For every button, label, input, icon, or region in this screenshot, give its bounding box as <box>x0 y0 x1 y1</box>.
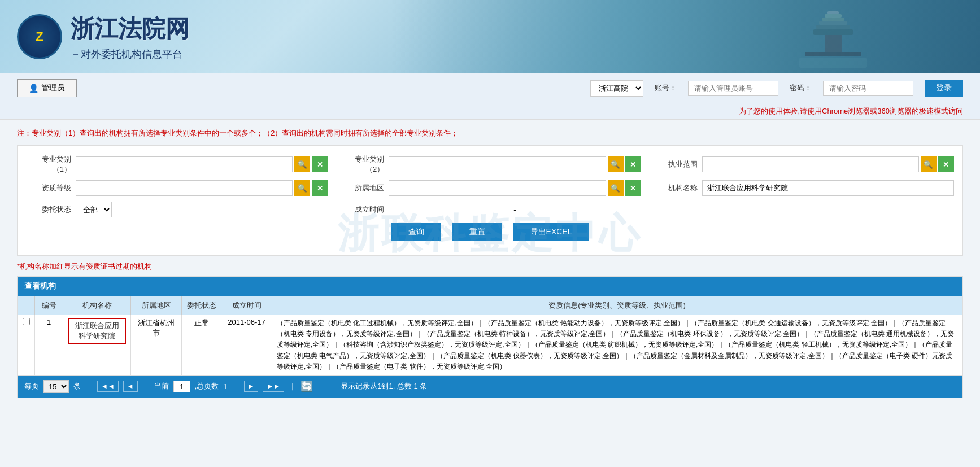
svg-rect-6 <box>825 35 842 52</box>
form-row-2: 资质等级 🔍 ✕ 所属地区 🔍 <box>26 180 954 196</box>
search-icon-5: 🔍 <box>611 184 620 193</box>
region-label: 所属地区 <box>339 183 384 193</box>
form-group-scope: 执业范围 🔍 ✕ <box>652 156 954 172</box>
site-title-main: 浙江法院网 <box>71 13 189 45</box>
prev-page-btn[interactable]: ◄ <box>123 381 138 392</box>
quality-clear-btn[interactable]: ✕ <box>312 180 328 196</box>
col-founddate: 成立时间 <box>221 296 272 315</box>
clear-icon-2: ✕ <box>630 160 636 169</box>
clear-icon-5: ✕ <box>630 184 636 193</box>
site-title-sub: －对外委托机构信息平台 <box>71 47 189 61</box>
admin-icon: 👤 <box>29 84 38 93</box>
category1-label: 专业类别（1） <box>26 154 71 174</box>
login-button[interactable]: 登录 <box>925 80 963 97</box>
logo: Z <box>17 14 62 59</box>
region-search-btn[interactable]: 🔍 <box>608 180 624 196</box>
display-info: 显示记录从1到1, 总数 1 条 <box>341 381 427 391</box>
row-region-cell: 浙江省杭州市 <box>131 315 182 376</box>
scope-clear-btn[interactable]: ✕ <box>938 156 954 172</box>
row-qualinfo-cell: （产品质量鉴定（机电类 化工过程机械），无资质等级评定,全国）｜（产品质量鉴定（… <box>272 315 962 376</box>
category2-clear-btn[interactable]: ✕ <box>625 156 641 172</box>
category1-input-group: 🔍 ✕ <box>76 156 328 172</box>
region-input[interactable] <box>389 180 606 196</box>
region-select[interactable]: 浙江高院 <box>590 80 643 97</box>
per-page-suffix: 条 <box>73 381 81 391</box>
row-orgname-cell: 浙江联合应用科学研究院 <box>63 315 131 376</box>
svg-rect-0 <box>827 11 839 14</box>
account-input[interactable] <box>688 81 778 96</box>
header: Z 浙江法院网 －对外委托机构信息平台 <box>0 0 980 73</box>
scope-search-btn[interactable]: 🔍 <box>921 156 937 172</box>
per-page-select[interactable]: 15 30 50 <box>43 380 69 393</box>
form-row-1: 专业类别（1） 🔍 ✕ 专业类别（2） 🔍 <box>26 154 954 174</box>
form-group-region: 所属地区 🔍 ✕ <box>339 180 641 196</box>
scope-input[interactable] <box>702 156 919 172</box>
quality-input[interactable] <box>76 180 293 196</box>
quality-search-btn[interactable]: 🔍 <box>294 180 310 196</box>
quality-input-group: 🔍 ✕ <box>76 180 328 196</box>
svg-rect-2 <box>822 18 844 21</box>
search-icon-3: 🔍 <box>924 160 933 169</box>
form-group-quality: 资质等级 🔍 ✕ <box>26 180 328 196</box>
col-checkbox <box>18 296 35 315</box>
svg-rect-4 <box>816 25 850 29</box>
table-header: 查看机构 <box>18 277 962 296</box>
category1-search-btn[interactable]: 🔍 <box>294 156 310 172</box>
founddate-end[interactable] <box>524 202 641 217</box>
form-group-category1: 专业类别（1） 🔍 ✕ <box>26 154 328 174</box>
category2-input-group: 🔍 ✕ <box>389 156 641 172</box>
category1-input[interactable] <box>76 156 293 172</box>
org-name-box[interactable]: 浙江联合应用科学研究院 <box>68 318 126 344</box>
svg-rect-5 <box>813 29 853 35</box>
quality-label: 资质等级 <box>26 183 71 193</box>
category1-clear-btn[interactable]: ✕ <box>312 156 328 172</box>
founddate-start[interactable] <box>389 202 506 217</box>
row-id-cell: 1 <box>35 315 63 376</box>
admin-button[interactable]: 👤 管理员 <box>17 79 77 97</box>
per-page-label: 每页 <box>24 381 39 391</box>
row-checkbox[interactable] <box>23 318 30 325</box>
search-icon: 🔍 <box>298 160 307 169</box>
row-founddate-cell: 2011-06-17 <box>221 315 272 376</box>
main-content: 注：专业类别（1）查询出的机构拥有所选择专业类别条件中的一个或多个；（2）查询出… <box>0 120 980 407</box>
region-clear-btn[interactable]: ✕ <box>625 180 641 196</box>
current-page-input[interactable] <box>173 381 190 392</box>
last-page-btn[interactable]: ►► <box>263 381 284 392</box>
query-button[interactable]: 查询 <box>391 223 441 241</box>
table-header-row: 编号 机构名称 所属地区 委托状态 成立时间 资质信息(专业类别、资质等级、执业… <box>18 296 962 315</box>
col-region: 所属地区 <box>131 296 182 315</box>
first-page-btn[interactable]: ◄◄ <box>97 381 119 392</box>
current-page-label: 当前 <box>154 381 169 391</box>
col-id: 编号 <box>35 296 63 315</box>
site-title: 浙江法院网 －对外委托机构信息平台 <box>71 13 189 61</box>
clear-icon-3: ✕ <box>943 160 949 169</box>
reset-button[interactable]: 重置 <box>452 223 502 241</box>
search-icon-2: 🔍 <box>611 160 620 169</box>
form-group-founddate: 成立时间 - <box>339 202 641 217</box>
notice-text: 为了您的使用体验,请使用Chrome浏览器或360浏览器的极速模式访问 <box>739 107 963 115</box>
form-group-category2: 专业类别（2） 🔍 ✕ <box>339 154 641 174</box>
password-input[interactable] <box>823 81 913 96</box>
table-row: 1 浙江联合应用科学研究院 浙江省杭州市 正常 2011-06-17 （产品质量… <box>18 315 962 376</box>
form-group-orgname: 机构名称 <box>652 180 954 196</box>
results-table: 编号 机构名称 所属地区 委托状态 成立时间 资质信息(专业类别、资质等级、执业… <box>18 296 962 376</box>
row-status-cell: 正常 <box>182 315 221 376</box>
nav-bar: 👤 管理员 浙江高院 账号： 密码： 登录 <box>0 73 980 103</box>
warning-text: *机构名称加红显示有资质证书过期的机构 <box>17 261 963 272</box>
export-button[interactable]: 导出EXCEL <box>513 223 589 241</box>
category2-search-btn[interactable]: 🔍 <box>608 156 624 172</box>
next-page-btn[interactable]: ► <box>244 381 259 392</box>
scope-input-group: 🔍 ✕ <box>702 156 954 172</box>
status-label: 委托状态 <box>26 204 71 215</box>
orgname-label: 机构名称 <box>652 183 698 193</box>
admin-label: 管理员 <box>41 83 65 93</box>
account-label: 账号： <box>655 83 677 93</box>
col-qualinfo: 资质信息(专业类别、资质等级、执业范围) <box>272 296 962 315</box>
status-select[interactable]: 全部 正常 停用 <box>76 202 112 217</box>
refresh-icon[interactable]: 🔄 <box>300 380 313 392</box>
form-row-3: 委托状态 全部 正常 停用 成立时间 - <box>26 202 954 217</box>
category2-label: 专业类别（2） <box>339 154 384 174</box>
svg-rect-3 <box>819 21 847 25</box>
category2-input[interactable] <box>389 156 606 172</box>
orgname-input[interactable] <box>702 180 954 196</box>
